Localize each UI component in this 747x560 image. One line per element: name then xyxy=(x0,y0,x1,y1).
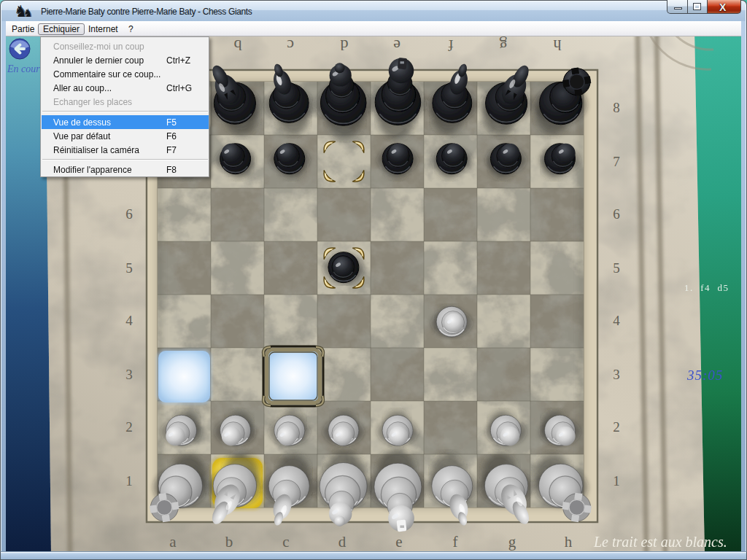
svg-text:35:05: 35:05 xyxy=(686,368,723,383)
svg-text:1: 1 xyxy=(125,473,133,489)
svg-text:2: 2 xyxy=(613,419,620,435)
svg-text:2: 2 xyxy=(125,419,133,435)
svg-text:6: 6 xyxy=(125,206,133,222)
svg-text:d: d xyxy=(338,533,347,551)
svg-text:h: h xyxy=(565,533,573,551)
svg-text:3: 3 xyxy=(125,367,133,382)
svg-text:5: 5 xyxy=(125,260,133,276)
svg-text:b: b xyxy=(225,533,233,551)
svg-text:1. f4 d5: 1. f4 d5 xyxy=(684,282,729,293)
svg-text:c: c xyxy=(282,533,289,551)
svg-text:e: e xyxy=(395,533,402,551)
svg-text:d: d xyxy=(341,36,349,55)
svg-text:7: 7 xyxy=(613,154,620,169)
svg-text:h: h xyxy=(554,36,562,55)
svg-text:8: 8 xyxy=(613,100,620,115)
svg-text:c: c xyxy=(287,36,294,55)
svg-text:e: e xyxy=(393,36,400,55)
svg-text:g: g xyxy=(508,533,516,551)
svg-text:1: 1 xyxy=(613,473,620,489)
svg-text:a: a xyxy=(169,533,177,551)
svg-text:g: g xyxy=(500,36,508,55)
svg-text:f: f xyxy=(448,36,454,55)
svg-text:6: 6 xyxy=(613,206,620,222)
svg-text:3: 3 xyxy=(613,367,620,382)
svg-text:4: 4 xyxy=(613,313,620,328)
svg-text:f: f xyxy=(453,533,458,551)
svg-text:b: b xyxy=(234,36,242,55)
svg-text:Le trait est aux blancs.: Le trait est aux blancs. xyxy=(593,534,727,550)
svg-text:5: 5 xyxy=(613,260,620,276)
svg-text:4: 4 xyxy=(125,313,133,328)
